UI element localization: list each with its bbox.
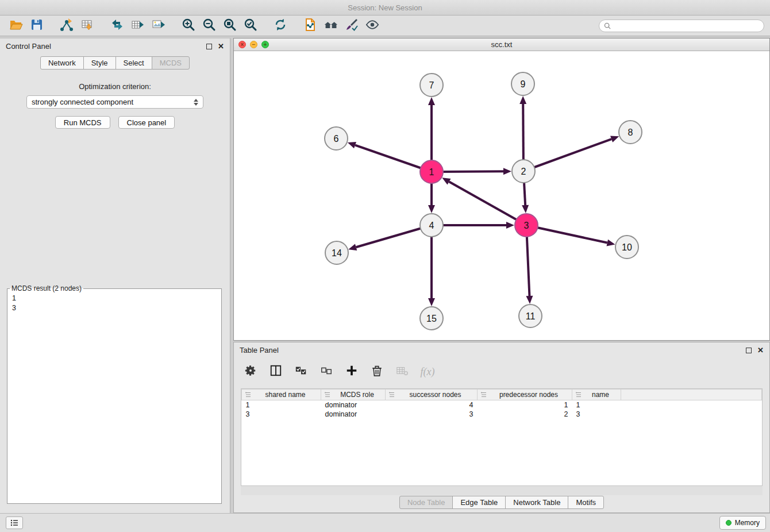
mcds-result-lines: 13 [7, 292, 221, 314]
graph-node-7[interactable]: 7 [420, 74, 443, 97]
first-neighbors-icon [303, 18, 317, 34]
control-tab-select[interactable]: Select [116, 56, 152, 70]
maximize-window-icon[interactable]: + [261, 41, 269, 48]
node-table-header-row: shared nameMCDS rolesuccessor nodesprede… [242, 390, 762, 400]
edge-3-to-1[interactable] [442, 178, 526, 225]
column-header-label: successor nodes [396, 391, 475, 399]
svg-text:7: 7 [429, 80, 434, 90]
column-header-predecessor-nodes[interactable]: predecessor nodes [478, 390, 572, 400]
graph-node-2[interactable]: 2 [512, 160, 535, 183]
layout-home-button[interactable] [321, 17, 341, 34]
show-graphics-details-button[interactable] [362, 17, 383, 34]
open-session-button[interactable] [6, 17, 26, 34]
graph-node-15[interactable]: 15 [420, 307, 443, 330]
table-tab-edge-table[interactable]: Edge Table [452, 496, 506, 509]
column-header-successor-nodes[interactable]: successor nodes [386, 390, 478, 400]
unselect-all-rows-button[interactable] [319, 364, 334, 379]
table-cell[interactable]: 3 [242, 410, 321, 419]
graph-node-4[interactable]: 4 [420, 214, 443, 237]
close-window-icon[interactable]: × [238, 41, 246, 48]
edge-1-to-6[interactable] [348, 142, 432, 172]
table-panel: Table Panel ✕ f(x) shared nameMCDS roles… [233, 342, 770, 513]
zoom-fit-button[interactable] [220, 17, 240, 34]
control-tab-network[interactable]: Network [40, 56, 84, 70]
show-columns-button[interactable] [268, 364, 283, 379]
close-panel-button[interactable]: Close panel [118, 116, 175, 129]
graph-node-1[interactable]: 1 [420, 160, 443, 183]
table-cell[interactable]: 1 [478, 400, 572, 410]
close-table-panel-icon[interactable]: ✕ [757, 348, 764, 353]
table-cell[interactable]: 1 [242, 400, 321, 410]
criterion-dropdown[interactable]: strongly connected component [26, 95, 203, 109]
window-traffic-lights: × − + [238, 41, 269, 48]
minimize-window-icon[interactable]: − [250, 41, 257, 48]
column-header-shared-name[interactable]: shared name [242, 390, 321, 400]
zoom-in-button[interactable] [178, 17, 199, 34]
table-panel-header: Table Panel ✕ [234, 342, 769, 358]
table-scroll-area[interactable] [241, 486, 763, 495]
edge-4-to-3[interactable] [432, 222, 514, 229]
column-header-name[interactable]: name [572, 390, 621, 400]
graph-node-9[interactable]: 9 [511, 72, 534, 95]
table-row[interactable]: 3dominator323 [242, 410, 762, 419]
table-cell[interactable]: 3 [572, 410, 621, 419]
table-settings-button[interactable] [243, 364, 258, 379]
import-network-from-file-button[interactable] [56, 17, 77, 34]
zoom-selected-button[interactable] [240, 17, 261, 34]
graph-node-11[interactable]: 11 [519, 304, 542, 327]
table-cell[interactable]: dominator [321, 400, 386, 410]
search-field[interactable] [599, 20, 764, 32]
memory-button[interactable]: Memory [719, 516, 766, 530]
table-tab-node-table[interactable]: Node Table [399, 496, 453, 509]
edge-3-to-10[interactable] [526, 225, 615, 246]
zoom-out-button[interactable] [199, 17, 220, 34]
table-cell[interactable]: 2 [478, 410, 572, 419]
column-header-mcds-role[interactable]: MCDS role [321, 390, 386, 400]
control-tab-style[interactable]: Style [83, 56, 116, 70]
graph-node-6[interactable]: 6 [325, 127, 348, 150]
edge-2-to-8[interactable] [523, 136, 619, 171]
refresh-network-button[interactable] [270, 17, 291, 34]
svg-text:2: 2 [521, 167, 526, 176]
table-cell[interactable]: 1 [572, 400, 621, 410]
control-tab-mcds[interactable]: MCDS [152, 56, 190, 70]
window-title: Session: New Session [0, 0, 770, 16]
float-table-panel-icon[interactable] [746, 348, 752, 353]
task-history-button[interactable] [6, 516, 23, 529]
status-bar: Memory [0, 513, 770, 532]
column-header-label: name [583, 391, 618, 399]
add-column-button[interactable] [344, 364, 359, 379]
first-neighbors-button[interactable] [300, 17, 321, 34]
export-image-button[interactable] [148, 17, 169, 34]
table-cell[interactable]: 4 [386, 400, 478, 410]
import-table-from-file-icon [80, 18, 94, 34]
table-tab-motifs[interactable]: Motifs [568, 496, 604, 509]
table-cell[interactable]: dominator [321, 410, 386, 419]
graph-node-10[interactable]: 10 [615, 236, 638, 259]
close-panel-icon[interactable]: ✕ [218, 44, 224, 49]
float-panel-icon[interactable] [206, 44, 212, 49]
mcds-result-box: MCDS result (2 nodes) 13 [7, 284, 222, 504]
graph-node-14[interactable]: 14 [325, 241, 348, 264]
table-row[interactable]: 1dominator411 [242, 400, 762, 410]
graph-node-8[interactable]: 8 [619, 121, 642, 144]
graph-node-3[interactable]: 3 [515, 214, 538, 237]
import-table-from-file-button[interactable] [77, 17, 98, 34]
task-list-icon [10, 519, 18, 526]
export-table-button[interactable] [128, 17, 148, 34]
table-cell[interactable]: 3 [386, 410, 478, 419]
memory-button-label: Memory [735, 519, 760, 527]
network-tools-button[interactable] [107, 17, 128, 34]
network-canvas[interactable]: 1234678910111415 [234, 51, 769, 340]
run-mcds-button[interactable]: Run MCDS [55, 116, 110, 129]
select-all-rows-button[interactable] [294, 364, 309, 379]
edge-4-to-14[interactable] [348, 225, 432, 250]
apply-style-button[interactable] [341, 17, 362, 34]
edge-4-to-15[interactable] [428, 225, 435, 306]
save-session-button[interactable] [26, 17, 47, 34]
search-input[interactable] [614, 22, 759, 30]
table-tab-network-table[interactable]: Network Table [505, 496, 568, 509]
column-header-label: predecessor nodes [488, 391, 569, 399]
delete-columns-button[interactable] [369, 364, 384, 379]
control-panel-header: Control Panel ✕ [0, 38, 230, 54]
